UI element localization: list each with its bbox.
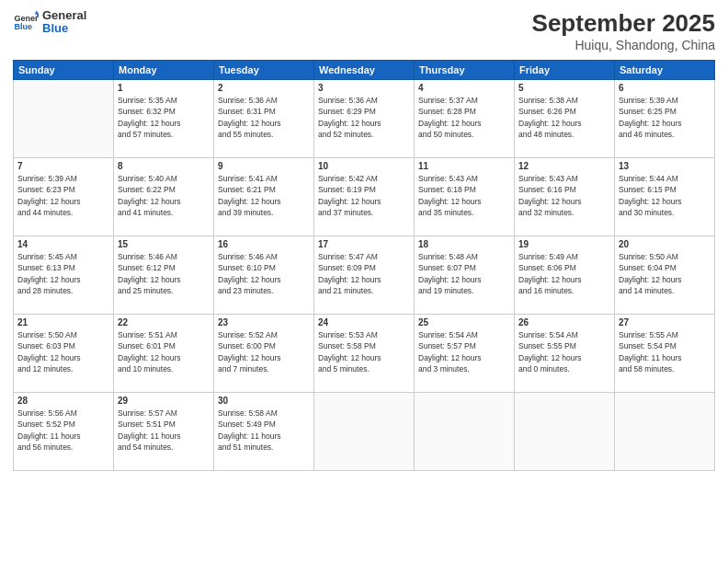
- day-info-line: Sunrise: 5:38 AM: [518, 96, 578, 105]
- day-number: 29: [118, 396, 210, 406]
- day-info-line: Sunset: 6:07 PM: [418, 263, 476, 272]
- day-info-line: Sunset: 6:26 PM: [518, 107, 576, 116]
- day-info-line: Daylight: 12 hours: [218, 353, 281, 362]
- calendar-week-row: 21Sunrise: 5:50 AMSunset: 6:03 PMDayligh…: [14, 315, 715, 393]
- day-number: 3: [318, 83, 410, 93]
- day-number: 5: [518, 83, 610, 93]
- day-number: 18: [418, 239, 510, 249]
- day-number: 27: [619, 317, 711, 327]
- table-row: 8Sunrise: 5:40 AMSunset: 6:22 PMDaylight…: [114, 158, 214, 236]
- day-info-line: Daylight: 12 hours: [418, 197, 482, 206]
- table-row: 23Sunrise: 5:52 AMSunset: 6:00 PMDayligh…: [214, 315, 314, 393]
- day-info-line: Daylight: 12 hours: [318, 119, 381, 128]
- day-number: 25: [418, 317, 510, 327]
- day-info: Sunrise: 5:47 AMSunset: 6:09 PMDaylight:…: [318, 251, 410, 296]
- day-info-line: Sunrise: 5:51 AM: [118, 330, 177, 339]
- day-info: Sunrise: 5:39 AMSunset: 6:23 PMDaylight:…: [17, 173, 109, 218]
- day-info-line: and 21 minutes.: [318, 286, 373, 295]
- day-info-line: Sunset: 6:00 PM: [218, 341, 276, 350]
- day-info-line: and 35 minutes.: [418, 208, 473, 217]
- table-row: 29Sunrise: 5:57 AMSunset: 5:51 PMDayligh…: [114, 393, 214, 471]
- day-info-line: Daylight: 12 hours: [318, 353, 381, 362]
- day-info-line: Sunrise: 5:36 AM: [218, 96, 278, 105]
- day-info-line: and 46 minutes.: [619, 130, 674, 139]
- day-info-line: Sunrise: 5:41 AM: [218, 174, 278, 183]
- table-row: 3Sunrise: 5:36 AMSunset: 6:29 PMDaylight…: [314, 80, 415, 158]
- day-info: Sunrise: 5:50 AMSunset: 6:04 PMDaylight:…: [619, 251, 711, 296]
- day-number: 8: [118, 161, 210, 171]
- day-info-line: Daylight: 11 hours: [17, 431, 81, 441]
- calendar-week-row: 7Sunrise: 5:39 AMSunset: 6:23 PMDaylight…: [14, 158, 715, 236]
- table-row: 22Sunrise: 5:51 AMSunset: 6:01 PMDayligh…: [114, 315, 214, 393]
- day-info-line: Sunrise: 5:54 AM: [418, 330, 478, 339]
- day-info-line: Sunset: 6:29 PM: [318, 107, 376, 116]
- day-info-line: Daylight: 11 hours: [619, 353, 682, 362]
- day-info-line: Sunrise: 5:37 AM: [418, 96, 478, 105]
- day-number: 4: [418, 83, 510, 93]
- day-info-line: Sunrise: 5:42 AM: [318, 174, 378, 183]
- day-info-line: Daylight: 12 hours: [619, 119, 682, 128]
- calendar-title: September 2025: [532, 9, 715, 38]
- day-info-line: Daylight: 12 hours: [518, 353, 582, 362]
- day-info-line: Sunset: 6:16 PM: [518, 185, 576, 194]
- table-row: 9Sunrise: 5:41 AMSunset: 6:21 PMDaylight…: [214, 158, 314, 236]
- day-info: Sunrise: 5:38 AMSunset: 6:26 PMDaylight:…: [518, 95, 610, 140]
- day-info-line: Sunrise: 5:35 AM: [118, 96, 177, 105]
- table-row: 12Sunrise: 5:43 AMSunset: 6:16 PMDayligh…: [515, 158, 615, 236]
- day-number: 24: [318, 317, 410, 327]
- day-info-line: and 52 minutes.: [318, 130, 373, 139]
- day-number: 21: [17, 317, 109, 327]
- day-info-line: and 37 minutes.: [318, 208, 373, 217]
- day-number: 7: [17, 161, 109, 171]
- day-info-line: and 14 minutes.: [619, 286, 674, 295]
- day-info-line: Sunset: 6:09 PM: [318, 263, 376, 272]
- day-info-line: Daylight: 12 hours: [418, 119, 482, 128]
- col-sunday: Sunday: [14, 61, 114, 80]
- day-info-line: Sunrise: 5:43 AM: [418, 174, 478, 183]
- day-number: 30: [218, 396, 310, 406]
- day-info-line: Daylight: 12 hours: [17, 275, 81, 284]
- table-row: 2Sunrise: 5:36 AMSunset: 6:31 PMDaylight…: [214, 80, 314, 158]
- day-info-line: Sunset: 5:54 PM: [619, 341, 677, 350]
- day-info-line: and 41 minutes.: [118, 208, 173, 217]
- logo-icon: General Blue: [13, 9, 39, 35]
- day-info-line: Daylight: 12 hours: [518, 197, 582, 206]
- day-info: Sunrise: 5:50 AMSunset: 6:03 PMDaylight:…: [17, 329, 109, 374]
- day-info-line: and 44 minutes.: [17, 208, 73, 217]
- day-info-line: and 0 minutes.: [518, 364, 570, 373]
- day-info-line: Sunrise: 5:55 AM: [619, 330, 678, 339]
- col-thursday: Thursday: [415, 61, 515, 80]
- col-monday: Monday: [114, 61, 214, 80]
- day-info: Sunrise: 5:36 AMSunset: 6:29 PMDaylight:…: [318, 95, 410, 140]
- day-info-line: and 58 minutes.: [619, 364, 674, 373]
- day-info-line: and 28 minutes.: [17, 286, 73, 295]
- day-info-line: and 32 minutes.: [518, 208, 574, 217]
- day-info-line: Daylight: 12 hours: [118, 197, 181, 206]
- day-number: 17: [318, 239, 410, 249]
- day-info: Sunrise: 5:39 AMSunset: 6:25 PMDaylight:…: [619, 95, 711, 140]
- day-info-line: Daylight: 12 hours: [418, 353, 482, 362]
- day-info: Sunrise: 5:41 AMSunset: 6:21 PMDaylight:…: [218, 173, 310, 218]
- day-info-line: Daylight: 12 hours: [118, 353, 181, 362]
- day-info-line: and 50 minutes.: [418, 130, 473, 139]
- day-info: Sunrise: 5:43 AMSunset: 6:16 PMDaylight:…: [518, 173, 610, 218]
- day-info-line: Daylight: 12 hours: [518, 119, 582, 128]
- day-info-line: Sunset: 6:13 PM: [17, 263, 75, 272]
- day-info-line: and 48 minutes.: [518, 130, 574, 139]
- table-row: 26Sunrise: 5:54 AMSunset: 5:55 PMDayligh…: [515, 315, 615, 393]
- day-number: 28: [17, 396, 109, 406]
- col-tuesday: Tuesday: [214, 61, 314, 80]
- table-row: 15Sunrise: 5:46 AMSunset: 6:12 PMDayligh…: [114, 236, 214, 315]
- day-info-line: Sunrise: 5:48 AM: [418, 252, 478, 261]
- day-info-line: Daylight: 12 hours: [218, 275, 281, 284]
- day-info: Sunrise: 5:56 AMSunset: 5:52 PMDaylight:…: [17, 408, 109, 453]
- table-row: 13Sunrise: 5:44 AMSunset: 6:15 PMDayligh…: [615, 158, 715, 236]
- calendar-week-row: 28Sunrise: 5:56 AMSunset: 5:52 PMDayligh…: [14, 393, 715, 471]
- day-info-line: Daylight: 12 hours: [418, 275, 482, 284]
- day-info-line: Sunrise: 5:47 AM: [318, 252, 378, 261]
- day-number: 2: [218, 83, 310, 93]
- table-row: 27Sunrise: 5:55 AMSunset: 5:54 PMDayligh…: [615, 315, 715, 393]
- table-row: 10Sunrise: 5:42 AMSunset: 6:19 PMDayligh…: [314, 158, 415, 236]
- day-info: Sunrise: 5:52 AMSunset: 6:00 PMDaylight:…: [218, 329, 310, 374]
- day-info-line: Sunset: 6:25 PM: [619, 107, 677, 116]
